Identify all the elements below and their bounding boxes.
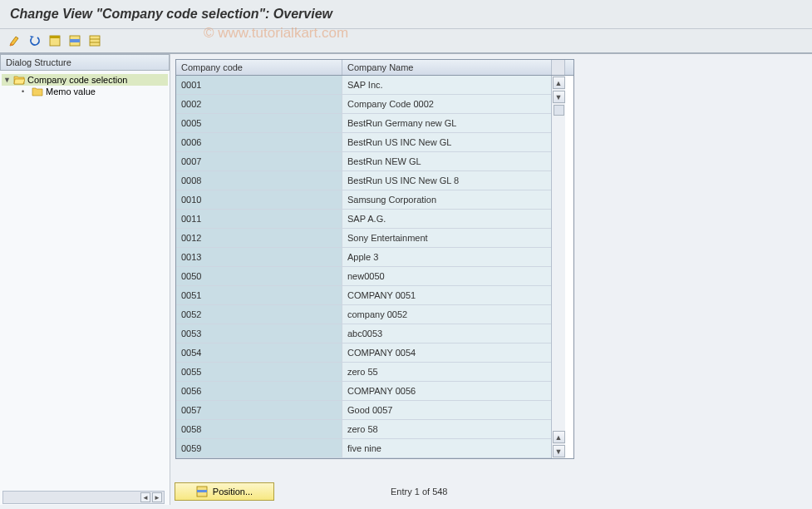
cell-company-name[interactable]: company 0052 [342,305,551,324]
folder-open-icon [13,75,25,85]
hscroll-left-icon[interactable]: ◄ [140,492,150,502]
dialog-structure-header: Dialog Structure [0,54,170,71]
table-row[interactable]: 0006BestRun US INC New GL [176,133,551,152]
cell-company-code[interactable]: 0008 [176,171,342,190]
dialog-structure-panel: Dialog Structure ▼Company code selection… [0,54,170,505]
cell-company-name[interactable]: SAP Inc. [342,76,551,94]
position-icon [196,486,208,497]
cell-company-name[interactable]: BestRun US INC New GL [342,133,551,151]
toolbar [0,29,812,54]
cell-company-code[interactable]: 0010 [176,190,342,209]
footer-bar: Position... Entry 1 of 548 [175,482,573,501]
scroll-down2-icon[interactable]: ▼ [553,445,565,457]
cell-company-code[interactable]: 0050 [176,267,342,285]
cell-company-name[interactable]: COMPANY 0056 [342,382,551,400]
cell-company-name[interactable]: Good 0057 [342,401,551,419]
main-area: Dialog Structure ▼Company code selection… [0,54,812,505]
folder-icon [32,86,43,96]
table-row[interactable]: 0050new0050 [176,267,551,286]
cell-company-code[interactable]: 0011 [176,210,342,228]
table-row[interactable]: 0008BestRun US INC New GL 8 [176,171,551,190]
table-row[interactable]: 0055zero 55 [176,363,551,382]
scroll-up2-icon[interactable]: ▲ [553,431,565,443]
grid-vscroll[interactable]: ▲ ▼ ▲ ▼ [551,76,565,458]
cell-company-code[interactable]: 0002 [176,95,342,113]
cell-company-name[interactable]: new0050 [342,267,551,285]
cell-company-name[interactable]: Company Code 0002 [342,95,551,113]
deselect-all-icon[interactable] [86,32,103,49]
svg-rect-3 [70,39,80,42]
cell-company-code[interactable]: 0058 [176,420,342,438]
table-row[interactable]: 0013Apple 3 [176,248,551,267]
cell-company-name[interactable]: Apple 3 [342,248,551,266]
table-row[interactable]: 0052company 0052 [176,305,551,324]
table-row[interactable]: 0051COMPANY 0051 [176,286,551,305]
select-all-icon[interactable] [47,32,63,49]
table-row[interactable]: 0012Sony Entertainment [176,229,551,248]
grid-header: Company code Company Name [176,60,573,76]
scroll-thumb[interactable] [554,105,564,116]
tree-node-company-code-selection[interactable]: ▼Company code selection [2,74,168,86]
table-row[interactable]: 0005BestRun Germany new GL [176,114,551,133]
toggle-display-change-icon[interactable] [7,32,23,49]
svg-rect-8 [197,490,207,492]
tree-hscroll[interactable]: ◄ ► [2,491,165,504]
table-row[interactable]: 0002Company Code 0002 [176,95,551,114]
scroll-down-icon[interactable]: ▼ [553,91,565,103]
scroll-up-icon[interactable]: ▲ [553,77,565,89]
cell-company-code[interactable]: 0007 [176,152,342,170]
table-row[interactable]: 0054COMPANY 0054 [176,343,551,363]
cell-company-code[interactable]: 0006 [176,133,342,151]
cell-company-code[interactable]: 0056 [176,382,342,400]
table-row[interactable]: 0010Samsung Corporation [176,190,551,210]
cell-company-name[interactable]: SAP A.G. [342,210,551,228]
grid-body: 0001SAP Inc.0002Company Code 00020005Bes… [176,76,551,458]
col-header-company-name[interactable]: Company Name [342,60,551,75]
entry-status: Entry 1 of 548 [391,487,448,497]
svg-rect-4 [90,36,100,46]
cell-company-name[interactable]: COMPANY 0054 [342,343,551,362]
table-row[interactable]: 0053abc0053 [176,324,551,343]
cell-company-code[interactable]: 0013 [176,248,342,266]
table-row[interactable]: 0057Good 0057 [176,401,551,420]
cell-company-name[interactable]: BestRun Germany new GL [342,114,551,132]
cell-company-code[interactable]: 0051 [176,286,342,304]
cell-company-code[interactable]: 0057 [176,401,342,419]
cell-company-code[interactable]: 0005 [176,114,342,132]
cell-company-code[interactable]: 0001 [176,76,342,94]
cell-company-name[interactable]: BestRun NEW GL [342,152,551,170]
cell-company-name[interactable]: zero 55 [342,363,551,381]
table-row[interactable]: 0007BestRun NEW GL [176,152,551,171]
cell-company-name[interactable]: Sony Entertainment [342,229,551,247]
tree-node-label: Memo value [46,86,96,96]
cell-company-name[interactable]: COMPANY 0051 [342,286,551,304]
company-code-grid: Company code Company Name 0001SAP Inc.00… [175,59,574,459]
cell-company-name[interactable]: BestRun US INC New GL 8 [342,171,551,190]
cell-company-name[interactable]: zero 58 [342,420,551,438]
svg-rect-1 [50,36,60,38]
position-label: Position... [213,487,253,497]
table-row[interactable]: 0059five nine [176,439,551,458]
table-row[interactable]: 0056COMPANY 0056 [176,382,551,401]
position-button[interactable]: Position... [175,482,274,501]
select-block-icon[interactable] [66,32,83,49]
undo-change-icon[interactable] [27,32,43,49]
cell-company-code[interactable]: 0053 [176,324,342,343]
cell-company-name[interactable]: abc0053 [342,324,551,343]
table-row[interactable]: 0001SAP Inc. [176,76,551,95]
cell-company-name[interactable]: Samsung Corporation [342,190,551,209]
cell-company-code[interactable]: 0012 [176,229,342,247]
cell-company-code[interactable]: 0059 [176,439,342,457]
cell-company-code[interactable]: 0055 [176,363,342,381]
tree-node-memo-value[interactable]: •Memo value [2,86,168,97]
cell-company-code[interactable]: 0054 [176,343,342,362]
tree-expand-icon: • [22,87,30,96]
cell-company-code[interactable]: 0052 [176,305,342,324]
hscroll-right-icon[interactable]: ► [152,492,162,502]
tree-expand-icon[interactable]: ▼ [3,76,12,84]
tree-node-label: Company code selection [27,75,127,85]
col-header-company-code[interactable]: Company code [176,60,342,75]
table-row[interactable]: 0058zero 58 [176,420,551,439]
table-row[interactable]: 0011SAP A.G. [176,210,551,229]
cell-company-name[interactable]: five nine [342,439,551,457]
